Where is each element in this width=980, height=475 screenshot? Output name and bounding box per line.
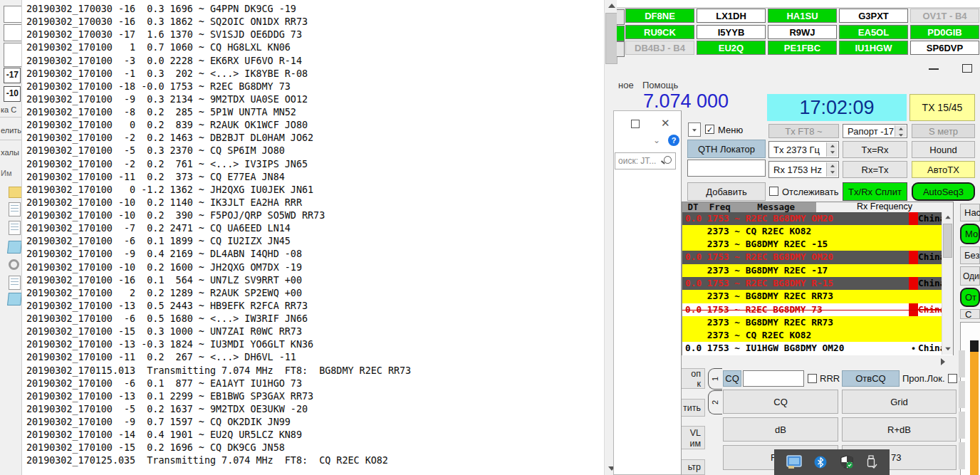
autotx-button[interactable]: АвтоTX: [912, 161, 975, 178]
maximize-icon[interactable]: [631, 120, 640, 128]
macro-db-button[interactable]: dB: [723, 417, 838, 442]
table-row[interactable]: 2373 ~ CQ R2EC KO82 •: [682, 225, 953, 238]
report-spinbox[interactable]: Рапорт -17: [843, 124, 907, 138]
callsign-button[interactable]: PD0GIB: [910, 25, 979, 39]
rx-freq-spinbox[interactable]: Rx 1753 Hz: [768, 161, 839, 178]
right-button[interactable]: Без: [960, 246, 980, 264]
qth-locator-input[interactable]: [687, 160, 766, 177]
table-row[interactable]: 2373 ~ BG8DMY R2EC RR73 •: [682, 290, 953, 303]
bluetooth-icon[interactable]: [814, 456, 827, 469]
callsign-button-stub[interactable]: [617, 26, 625, 41]
tx-mode-button[interactable]: Tx FT8 ~: [768, 124, 839, 138]
document-icon: [9, 202, 21, 216]
scroll-up-button[interactable]: [942, 212, 953, 223]
menu-fragment[interactable]: ное: [618, 80, 634, 90]
search-input[interactable]: оиск: JT...: [615, 152, 676, 169]
track-checkbox[interactable]: [769, 187, 778, 196]
power-slider-bar[interactable]: [970, 352, 979, 475]
maximize-icon[interactable]: [962, 64, 972, 73]
spin-arrows[interactable]: [826, 162, 838, 177]
answer-cq-button[interactable]: ОтвCQ: [842, 370, 900, 387]
tab-2[interactable]: 2: [708, 390, 722, 414]
cq-direction-input[interactable]: [743, 370, 804, 387]
tx-freq-spinbox[interactable]: Tx 2373 Гц: [768, 141, 839, 158]
scroll-thumb[interactable]: [943, 224, 952, 258]
callsign-button[interactable]: EU2Q: [697, 41, 766, 55]
callsign-button[interactable]: HA1SU: [768, 9, 837, 23]
table-row[interactable]: 0.0 1753 ~ R2EC BG8DMY OM20 • China: [682, 212, 953, 225]
strip-value[interactable]: -10: [4, 86, 21, 102]
macro-cq-button[interactable]: CQ: [723, 390, 838, 414]
macro-grid-button[interactable]: Grid: [842, 390, 956, 414]
right-button[interactable]: С: [960, 309, 980, 319]
rx-frequency-header[interactable]: Rx Frequency: [816, 202, 953, 212]
callsign-button[interactable]: R9WJ: [768, 25, 837, 39]
tx-eq-rx-button[interactable]: Tx=Rx: [843, 141, 907, 158]
callsign-button-stub[interactable]: [617, 9, 625, 25]
usb-icon[interactable]: [866, 455, 877, 469]
row-message: 2373 ~ BG8DMY R2EC RR73: [682, 316, 909, 329]
autoseq-button[interactable]: AutoSeq3: [912, 182, 975, 201]
strip-field[interactable]: [4, 43, 22, 67]
callsign-button[interactable]: IU1HGW: [839, 41, 908, 55]
callsign-button[interactable]: I5YYB: [697, 25, 766, 39]
help-icon[interactable]: ?: [668, 135, 679, 146]
callsign-button[interactable]: SP6DVP: [910, 41, 979, 55]
strip-field[interactable]: [4, 6, 22, 23]
table-header[interactable]: DT Freq Message: [682, 202, 816, 212]
mode-combobox[interactable]: [688, 122, 701, 137]
menu-checkbox[interactable]: ✓: [705, 125, 714, 134]
scroll-down-button[interactable]: [942, 344, 953, 355]
callsign-button[interactable]: OV1T - B4: [910, 9, 979, 23]
table-row[interactable]: 2373 ~ CQ R2EC KO82 •: [682, 329, 953, 342]
hound-button[interactable]: Hound: [912, 141, 975, 158]
pc-icon[interactable]: [786, 455, 802, 469]
rx-eq-tx-button[interactable]: Rx=Tx: [843, 161, 907, 178]
skip-locator-checkbox[interactable]: [948, 374, 957, 383]
tab-1[interactable]: 1: [708, 368, 722, 390]
power-slider-handle[interactable]: [970, 340, 979, 352]
spin-arrows[interactable]: [826, 142, 838, 157]
callsign-button[interactable]: DF8NE: [625, 9, 694, 23]
callsign-button-stub[interactable]: [617, 41, 625, 57]
table-hscrollbar[interactable]: [682, 356, 954, 366]
monitor-button[interactable]: Мо: [960, 224, 980, 244]
settings-button[interactable]: Нас: [960, 204, 980, 221]
table-row[interactable]: 2373 ~ BG8DMY R2EC RR73 •: [682, 316, 953, 329]
callsign-button[interactable]: G3PXT: [839, 9, 908, 23]
macro-rdb-button[interactable]: R+dB: [842, 417, 956, 442]
callsign-button[interactable]: PE1FBC: [768, 41, 837, 55]
rrr-checkbox[interactable]: [808, 374, 817, 383]
split-button[interactable]: Tx/Rx Сплит: [843, 182, 907, 201]
callsign-button[interactable]: LX1DH: [697, 9, 766, 23]
erase-button[interactable]: От: [960, 288, 980, 307]
tx-watchdog-button[interactable]: ТХ 15/45: [909, 94, 975, 121]
close-icon[interactable]: ✕: [661, 117, 670, 130]
right-button[interactable]: Один: [960, 266, 980, 286]
minimize-icon[interactable]: [929, 68, 939, 70]
table-scrollbar[interactable]: [942, 212, 953, 355]
callsign-button[interactable]: DB4BJ - B4: [625, 41, 694, 55]
table-row[interactable]: 2373 ~ BG8DMY R2EC -17 •: [682, 264, 953, 277]
callsign-button[interactable]: EA5OL: [839, 25, 908, 39]
log-line: 20190302_170100 -6 0.1 1899 ~ CQ IU2IZX …: [26, 235, 411, 248]
panel-fragment: [959, 442, 965, 469]
chevron-down-icon[interactable]: ⌄: [653, 135, 660, 145]
scroll-right-button[interactable]: [941, 358, 945, 365]
callsign-button[interactable]: RU9CK: [625, 25, 694, 39]
table-row[interactable]: 2373 ~ BG8DMY R2EC -15 •: [682, 238, 953, 251]
menu-help[interactable]: Помощь: [642, 80, 678, 90]
scroll-thumb[interactable]: [605, 13, 617, 64]
strip-value[interactable]: -17: [4, 68, 21, 83]
defender-icon[interactable]: [840, 455, 854, 469]
smeter-button[interactable]: S метр: [912, 124, 975, 138]
add-button[interactable]: Добавить: [687, 182, 766, 201]
table-row[interactable]: 0.0 1753 ~ R2EC BG8DMY OM20 • China: [682, 251, 953, 263]
table-row[interactable]: 0.0 1753 ~ IU1HGW BG8DMY OM20 • China: [682, 342, 953, 355]
qth-locator-button[interactable]: QTH Локатор: [687, 140, 766, 158]
table-row[interactable]: 0.0 1753 ~ R2EC BG8DMY 73 • China: [682, 303, 953, 316]
strip-field[interactable]: [4, 24, 22, 41]
spin-arrows[interactable]: [895, 125, 906, 137]
table-row[interactable]: 0.0 1753 ~ R2EC BG8DMY R-15 • China: [682, 277, 953, 290]
cq-direction-button[interactable]: CQ: [723, 370, 741, 387]
